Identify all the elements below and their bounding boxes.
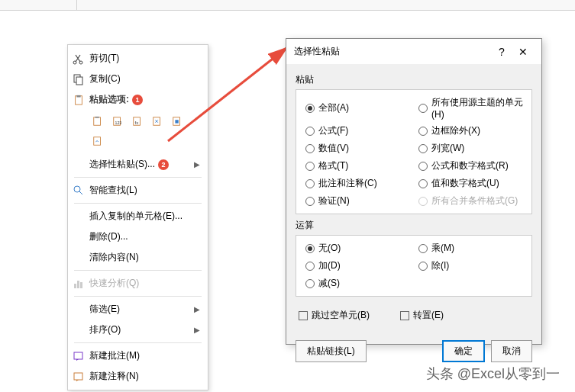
check-transpose[interactable]: 转置(E) [400,309,444,322]
search-icon [73,185,85,197]
radio-values-numfmt[interactable]: 值和数字格式(U) [418,177,525,190]
chevron-right-icon: ▶ [194,160,200,169]
radio-op-none[interactable]: 无(O) [305,242,412,255]
radio-except-borders[interactable]: 边框除外(X) [418,124,525,137]
radio-op-subtract[interactable]: 减(S) [305,277,412,290]
radio-icon [418,144,428,153]
checkbox-row: 跳过空单元(B) 转置(E) [296,301,532,329]
radio-icon [418,244,428,253]
svg-rect-17 [74,284,76,288]
svg-point-16 [74,186,80,192]
spreadsheet-grid-header [0,0,575,11]
paste-formatting-icon[interactable] [169,113,186,130]
menu-smart-lookup[interactable]: 智能查找(L) [68,180,208,201]
svg-text:123: 123 [115,120,122,125]
radio-op-divide[interactable]: 除(I) [418,259,525,272]
svg-rect-14 [175,120,178,123]
radio-all[interactable]: 全部(A) [305,96,412,120]
menu-copy[interactable]: 复制(C) [68,69,208,89]
radio-formulas-numfmt[interactable]: 公式和数字格式(R) [418,159,525,172]
dialog-close-button[interactable]: ✕ [512,46,534,58]
menu-new-comment-label: 新建注释(N) [89,370,139,383]
chevron-right-icon: ▶ [194,305,200,313]
radio-values[interactable]: 数值(V) [305,142,412,155]
menu-new-note-label: 新建批注(M) [89,349,140,362]
menu-separator [74,177,202,178]
paste-special-dialog: 选择性粘贴 ? ✕ 粘贴 全部(A) 所有使用源主题的单元(H) 公式(F) 边… [286,38,542,345]
menu-delete[interactable]: 删除(D)... [68,227,208,247]
radio-icon [305,162,315,171]
quick-analysis-icon [73,278,85,290]
svg-rect-20 [74,352,82,359]
menu-insert-copied-label: 插入复制的单元格(E)... [89,210,183,223]
radio-icon [305,144,315,153]
svg-rect-19 [80,282,82,288]
cancel-button[interactable]: 取消 [491,340,532,362]
menu-clear[interactable]: 清除内容(N) [68,247,208,268]
menu-sort[interactable]: 排序(O) ▶ [68,320,208,340]
radio-column-widths[interactable]: 列宽(W) [418,142,525,155]
paste-link-button[interactable]: 粘贴链接(L) [296,340,367,362]
radio-formulas[interactable]: 公式(F) [305,124,412,137]
menu-insert-copied[interactable]: 插入复制的单元格(E)... [68,206,208,227]
dialog-help-button[interactable]: ? [491,46,512,58]
radio-icon [418,179,428,188]
radio-icon [418,162,428,171]
menu-new-note[interactable]: 新建批注(M) [68,345,208,366]
context-menu: 剪切(T) 复制(C) 粘贴选项: 1 123 fx 选择性粘贴(S)... 2… [67,44,208,390]
menu-quick-analysis: 快速分析(Q) [68,273,208,294]
menu-cut[interactable]: 剪切(T) [68,48,208,69]
radio-op-multiply[interactable]: 乘(M) [418,242,525,255]
operation-group-label: 运算 [296,219,532,232]
clipboard-icon [73,94,85,106]
note-icon [73,350,85,362]
watermark-text: 头条 @Excel从零到一 [426,365,560,383]
paste-values-icon[interactable]: 123 [109,113,126,130]
svg-text:fx: fx [135,120,139,125]
checkbox-icon [299,311,308,320]
dialog-title-text: 选择性粘贴 [294,45,340,58]
menu-quick-analysis-label: 快速分析(Q) [89,277,139,290]
paste-group: 全部(A) 所有使用源主题的单元(H) 公式(F) 边框除外(X) 数值(V) … [296,89,532,214]
menu-paste-special[interactable]: 选择性粘贴(S)... 2 ▶ [68,154,208,175]
paste-all-icon[interactable] [89,113,106,130]
radio-icon [305,104,315,113]
radio-validation[interactable]: 验证(N) [305,194,412,207]
checkbox-icon [400,311,409,320]
radio-all-theme[interactable]: 所有使用源主题的单元(H) [418,96,525,120]
radio-formats[interactable]: 格式(T) [305,159,412,172]
radio-icon [418,262,428,271]
svg-rect-5 [76,95,80,97]
copy-icon [73,73,85,85]
scissors-icon [73,53,85,65]
ok-button[interactable]: 确定 [442,340,485,362]
svg-rect-7 [95,117,99,118]
menu-new-comment[interactable]: 新建注释(N) [68,366,208,387]
svg-point-0 [73,61,76,64]
radio-icon [305,244,315,253]
radio-comments[interactable]: 批注和注释(C) [305,177,412,190]
radio-icon [305,127,315,136]
paste-link-icon[interactable] [89,133,106,149]
menu-separator [74,342,202,343]
menu-separator [74,203,202,204]
radio-all-merge: 所有合并条件格式(G) [418,194,525,207]
check-skip-blanks[interactable]: 跳过空单元(B) [299,309,370,322]
menu-delete-label: 删除(D)... [89,230,128,243]
menu-sort-label: 排序(O) [89,323,121,336]
menu-clear-label: 清除内容(N) [89,251,139,264]
svg-point-1 [79,61,82,64]
paste-icon-row: 123 fx [68,110,208,154]
menu-filter-label: 筛选(E) [89,303,120,316]
svg-rect-18 [77,281,79,288]
paste-formulas-icon[interactable]: fx [129,113,146,130]
radio-op-add[interactable]: 加(D) [305,259,412,272]
badge-1: 1 [132,95,143,105]
menu-copy-label: 复制(C) [89,72,121,85]
radio-icon [305,197,315,206]
svg-rect-21 [74,373,82,380]
dialog-body: 粘贴 全部(A) 所有使用源主题的单元(H) 公式(F) 边框除外(X) 数值(… [286,64,541,334]
menu-cut-label: 剪切(T) [89,52,119,65]
paste-transpose-icon[interactable] [149,113,166,130]
menu-filter[interactable]: 筛选(E) ▶ [68,299,208,320]
